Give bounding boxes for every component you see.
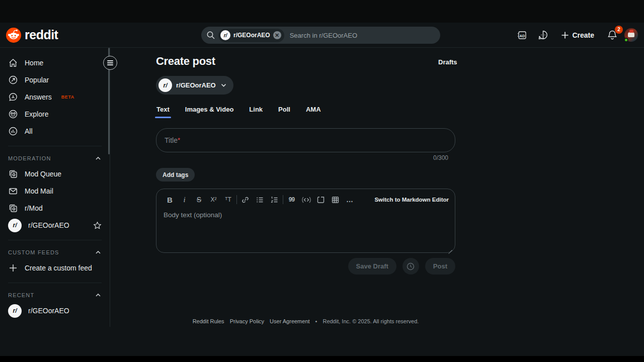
text-size-icon[interactable]: ᵀT [221, 193, 235, 206]
add-tags-button[interactable]: Add tags [156, 168, 195, 182]
sidebar-item-label: Answers [25, 93, 52, 101]
divider [283, 195, 283, 204]
beta-badge: BETA [61, 95, 74, 100]
avatar[interactable] [624, 28, 638, 42]
notification-badge: 2 [615, 26, 623, 34]
sidebar-item-mod-queue[interactable]: Mod Queue [0, 165, 110, 183]
chevron-up-icon [95, 292, 102, 299]
sidebar-item-popular[interactable]: Popular [0, 71, 110, 88]
divider [8, 146, 102, 146]
reddit-logo[interactable]: reddit [6, 28, 58, 43]
chevron-up-icon [95, 249, 102, 256]
strikethrough-icon[interactable]: S [192, 193, 206, 206]
character-counter: 0/300 [156, 154, 448, 161]
answers-icon [8, 92, 18, 102]
code-block-icon[interactable] [313, 193, 328, 206]
sidebar-item-label: Create a custom feed [25, 264, 92, 272]
numbered-list-icon[interactable] [267, 193, 282, 206]
title-placeholder: Title* [165, 136, 180, 144]
footer-link-privacy-policy[interactable]: Privacy Policy [230, 318, 264, 324]
save-draft-button[interactable]: Save Draft [348, 258, 396, 275]
more-icon[interactable]: … [343, 193, 357, 206]
bold-icon[interactable]: B [163, 193, 177, 206]
snoo-icon [6, 28, 21, 43]
sidebar-item-label: All [25, 127, 33, 135]
sidebar-item-explore[interactable]: Explore [0, 106, 110, 123]
community-avatar: r/ [8, 219, 22, 232]
section-moderation[interactable]: MODERATION [0, 151, 110, 165]
sidebar-item-mod-mail[interactable]: Mod Mail [0, 183, 110, 200]
section-custom-feeds[interactable]: CUSTOM FEEDS [0, 245, 110, 259]
sidebar-collapse-button[interactable] [103, 56, 117, 70]
tab-ama[interactable]: AMA [305, 105, 321, 118]
resize-handle[interactable] [447, 245, 452, 250]
brand-wordmark: reddit [25, 28, 58, 42]
table-icon[interactable] [328, 193, 343, 206]
footer-link-user-agreement[interactable]: User Agreement [270, 318, 309, 324]
close-icon[interactable]: ✕ [273, 31, 281, 39]
tab-poll[interactable]: Poll [278, 105, 291, 118]
tab-link[interactable]: Link [249, 105, 263, 118]
footer-bullet: • [315, 318, 317, 324]
advertise-button[interactable]: AD [513, 26, 531, 44]
create-button[interactable]: Create [555, 26, 600, 44]
sidebar-item-home[interactable]: Home [0, 54, 110, 71]
community-filter-chip[interactable]: r/ r/GEOorAEO ✕ [218, 29, 284, 42]
explore-icon [8, 109, 18, 119]
bullet-list-icon[interactable] [253, 193, 267, 206]
sidebar-item-moderated-community[interactable]: r/ r/GEOorAEO [0, 217, 110, 234]
search-placeholder[interactable]: Search in r/GEOorAEO [290, 32, 357, 39]
sidebar-item-recent-community[interactable]: r/ r/GEOorAEO [0, 302, 110, 319]
inline-code-icon[interactable] [299, 193, 313, 206]
title-field[interactable]: Title* [156, 128, 455, 152]
link-icon[interactable] [238, 193, 253, 206]
sidebar: Home Popular Answers BETA [0, 48, 110, 327]
search-icon [206, 31, 215, 40]
chat-icon[interactable] [534, 26, 552, 44]
page-title: Create post [156, 55, 215, 68]
divider [8, 240, 102, 240]
form-actions: Save Draft Post [156, 258, 455, 275]
superscript-icon[interactable]: X² [206, 193, 221, 206]
post-button[interactable]: Post [425, 258, 455, 275]
mod-mail-icon [8, 186, 18, 196]
popular-icon [8, 75, 18, 85]
required-asterisk: * [178, 136, 180, 144]
quote-icon[interactable]: 99 [284, 193, 299, 206]
sidebar-item-r-mod[interactable]: r/Mod [0, 200, 110, 217]
mod-feed-icon [8, 203, 18, 213]
plus-icon [8, 263, 18, 273]
sidebar-item-label: r/GEOorAEO [28, 221, 69, 229]
plus-icon [561, 31, 569, 39]
drafts-button[interactable]: Drafts [438, 58, 457, 66]
schedule-post-button[interactable] [403, 258, 419, 275]
online-status-dot [624, 38, 628, 42]
footer-copyright: Reddit, Inc. © 2025. All rights reserved… [323, 318, 419, 324]
tab-text[interactable]: Text [156, 105, 170, 118]
section-title: RECENT [8, 292, 34, 298]
tab-images-video[interactable]: Images & Video [185, 105, 234, 118]
sidebar-item-all[interactable]: All [0, 123, 110, 140]
community-avatar: r/ [8, 304, 22, 318]
sidebar-item-label: Home [25, 59, 43, 67]
sidebar-item-answers[interactable]: Answers BETA [0, 88, 110, 106]
star-icon[interactable] [93, 221, 102, 230]
switch-markdown-button[interactable]: Switch to Markdown Editor [374, 197, 449, 203]
footer: Reddit Rules Privacy Policy User Agreeme… [156, 318, 455, 324]
community-selector[interactable]: r/ r/GEOorAEO [156, 76, 233, 95]
sidebar-item-label: Mod Mail [25, 187, 53, 195]
section-recent[interactable]: RECENT [0, 288, 110, 302]
reddit-window: reddit r/ r/GEOorAEO ✕ Search in r/GEOor… [0, 23, 644, 356]
home-icon [8, 58, 18, 68]
notifications-button[interactable]: 2 [603, 26, 621, 44]
divider [8, 283, 102, 283]
sidebar-item-label: Mod Queue [25, 170, 61, 178]
letterbox-top [0, 0, 644, 23]
footer-link-reddit-rules[interactable]: Reddit Rules [193, 318, 224, 324]
italic-icon[interactable]: i [177, 193, 192, 206]
body-editor[interactable]: B i S X² ᵀT [156, 189, 455, 253]
section-title: CUSTOM FEEDS [8, 249, 59, 255]
header-actions: AD Create [513, 26, 638, 44]
sidebar-item-create-custom-feed[interactable]: Create a custom feed [0, 259, 110, 277]
search-bar[interactable]: r/ r/GEOorAEO ✕ Search in r/GEOorAEO [201, 27, 440, 44]
